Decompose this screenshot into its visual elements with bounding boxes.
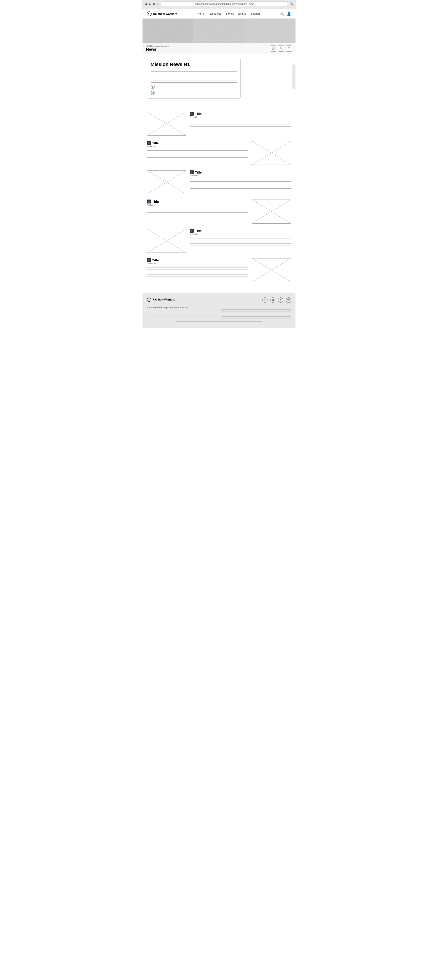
pinterest-icon[interactable]: p	[278, 298, 283, 303]
posted-by-3: Posted by	[190, 175, 291, 177]
article-title-1: Title	[195, 112, 202, 116]
author-icon-5: 👤	[190, 229, 194, 233]
article-image-1	[147, 112, 186, 136]
article-image-3	[147, 170, 186, 194]
mission-link-text-1	[156, 86, 183, 88]
search-icon[interactable]: 🔍	[280, 12, 285, 16]
article-title-5: Title	[195, 229, 202, 233]
footer-top: Rainbow Warriors f in p 📅	[147, 298, 291, 303]
author-icon-3: 👤	[190, 170, 194, 174]
mission-links: 🗞 🌐	[151, 85, 237, 95]
hero-title: News	[146, 47, 169, 52]
articles-list: 👤 Title Posted by 👤 Title Posted by	[147, 112, 291, 282]
article-content-4: 👤 Title Posted by	[147, 200, 248, 218]
footer-social-links: f in p 📅	[262, 298, 291, 303]
mission-link-text-2	[156, 92, 183, 94]
article-img-2-x	[252, 141, 291, 165]
footer-text-lines	[147, 310, 217, 317]
article-title-3: Title	[195, 170, 202, 174]
browser-search-button[interactable]: 🔍	[290, 2, 293, 6]
instagram-icon[interactable]: in	[270, 298, 276, 303]
author-icon-4: 👤	[147, 200, 151, 204]
article-row-2: 👤 Title Posted by	[147, 141, 291, 165]
globe-icon-2: 🌐	[151, 91, 154, 95]
main-content: Mission News H1 🗞 🌐 Most popular Article…	[142, 54, 296, 286]
posted-by-2: Posted by	[147, 145, 248, 148]
footer-col-left: Short final message about our mission	[147, 306, 217, 320]
article-row-4: 👤 Title Posted by	[147, 200, 291, 224]
article-body-3	[190, 178, 291, 189]
footer-columns: Short final message about our mission	[147, 306, 291, 320]
footer-mission: Short final message about our mission	[147, 306, 217, 309]
brand: Rainbow Warriors	[147, 11, 177, 16]
mission-box: Mission News H1 🗞 🌐	[147, 58, 241, 99]
article-author-5: 👤 Title	[190, 229, 291, 233]
article-content-6: 👤 Title Posted by	[147, 258, 248, 277]
nav-resources[interactable]: Resources	[209, 12, 221, 15]
profile-icon[interactable]: 👤	[287, 12, 291, 16]
nav-events[interactable]: Events	[238, 12, 246, 15]
article-author-3: 👤 Title	[190, 170, 291, 174]
nav-home[interactable]: Home	[197, 12, 205, 15]
footer-right-text	[221, 306, 291, 319]
footer-brand-name: Rainbow Warriors	[153, 298, 175, 301]
mission-link-2[interactable]: 🌐	[151, 91, 237, 95]
author-icon-1: 👤	[190, 112, 194, 116]
mission-text	[151, 70, 237, 83]
facebook-icon[interactable]: f	[262, 298, 268, 303]
footer-bottom-text	[176, 320, 262, 323]
article-body-5	[190, 237, 291, 248]
article-image-4	[252, 200, 291, 224]
close-button[interactable]: ✕	[153, 2, 155, 6]
hero-icon-list[interactable]: 📋	[286, 45, 292, 52]
article-author-2: 👤 Title	[147, 141, 248, 145]
article-img-3-x	[147, 170, 186, 194]
brand-name: Rainbow Warriors	[153, 12, 177, 16]
navbar-icons: 🔍 👤	[280, 12, 291, 16]
article-body-6	[147, 266, 248, 277]
home-button[interactable]: ⌂	[157, 2, 159, 6]
url-bar[interactable]	[161, 2, 288, 6]
article-title-2: Title	[152, 141, 159, 145]
article-author-4: 👤 Title	[147, 200, 248, 204]
back-button[interactable]: ◀	[145, 2, 147, 6]
hero-icon-edit[interactable]: ✏️	[278, 45, 284, 52]
article-title-6: Title	[152, 258, 159, 262]
hero-icon-newspaper[interactable]: 📰	[270, 45, 276, 52]
article-author-1: 👤 Title	[190, 112, 291, 116]
mission-link-1[interactable]: 🗞	[151, 85, 237, 89]
footer-col-right	[221, 306, 291, 320]
article-body-1	[190, 119, 291, 130]
hero-label: LGBTQ+ around the world	[146, 45, 169, 47]
mission-area: Mission News H1 🗞 🌐 Most popular Article…	[147, 58, 291, 99]
svg-point-0	[147, 11, 151, 16]
article-body-2	[147, 149, 248, 160]
calendar-icon[interactable]: 📅	[286, 298, 291, 303]
hero-action-icons: 📰 ✏️ 📋	[270, 45, 292, 52]
article-img-5-x	[147, 229, 186, 253]
article-img-6-x	[252, 258, 291, 282]
article-image-2	[252, 141, 291, 165]
hero-section: LGBTQ+ around the world News 📰 ✏️ 📋	[142, 19, 296, 54]
logo-icon	[147, 11, 152, 16]
footer-logo-icon	[147, 298, 151, 302]
footer-brand: Rainbow Warriors	[147, 298, 175, 302]
posted-by-1: Posted by	[190, 116, 291, 118]
forward-button[interactable]: ▶	[149, 2, 151, 6]
author-icon-2: 👤	[147, 141, 151, 145]
article-body-4	[147, 207, 248, 218]
svg-point-28	[147, 298, 151, 302]
article-row-6: 👤 Title Posted by	[147, 258, 291, 282]
article-content-2: 👤 Title Posted by	[147, 141, 248, 160]
article-img-4-x	[252, 200, 291, 223]
nav-stories[interactable]: Stories	[226, 12, 234, 15]
article-content-3: 👤 Title Posted by	[190, 170, 291, 189]
article-row-5: 👤 Title Posted by	[147, 229, 291, 253]
nav-support[interactable]: Support	[251, 12, 260, 15]
article-row-3: 👤 Title Posted by	[147, 170, 291, 194]
browser-toolbar: ◀ ▶ ✕ ⌂ 🔍	[145, 2, 293, 6]
nav-links: Home Resources Stories Events Support	[197, 12, 260, 15]
article-image-6	[252, 258, 291, 282]
author-icon-6: 👤	[147, 258, 151, 262]
posted-by-5: Posted by	[190, 233, 291, 235]
